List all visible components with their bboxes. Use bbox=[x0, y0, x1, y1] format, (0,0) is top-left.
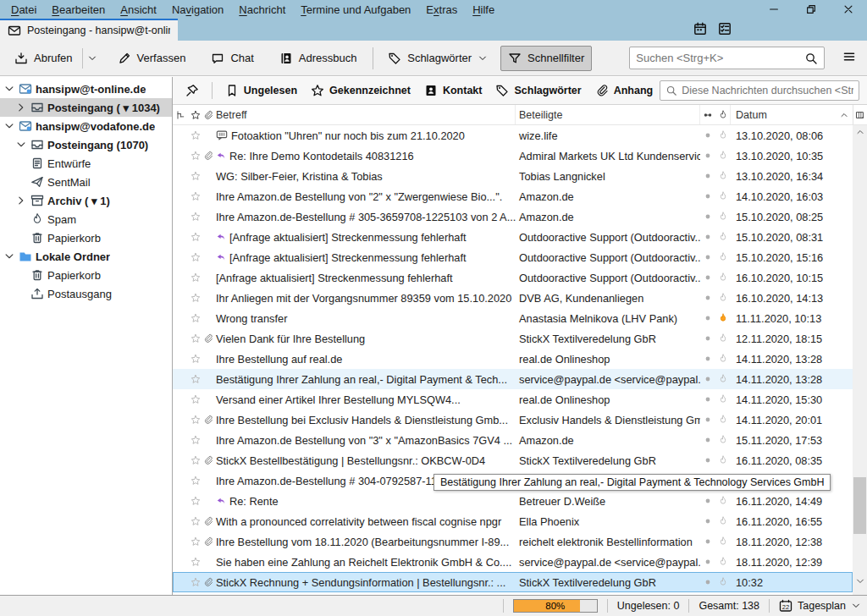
junk-indicator[interactable] bbox=[715, 191, 731, 201]
junk-indicator[interactable] bbox=[715, 536, 731, 547]
star-toggle[interactable] bbox=[188, 577, 203, 587]
star-toggle[interactable] bbox=[188, 476, 203, 486]
message-row[interactable]: Fotoaktion "Uhren" nur noch bis zum 21.1… bbox=[173, 125, 853, 146]
menu-datei[interactable]: Datei bbox=[3, 2, 44, 18]
read-indicator[interactable] bbox=[700, 272, 715, 283]
global-search-input[interactable] bbox=[636, 52, 804, 64]
junk-indicator[interactable] bbox=[715, 557, 731, 567]
junk-indicator[interactable] bbox=[715, 415, 731, 425]
message-row[interactable]: Wrong transferAnastasia Melnikova (LHV P… bbox=[173, 308, 853, 328]
message-row[interactable]: Sie haben eine Zahlung an Reichelt Elekt… bbox=[173, 552, 853, 572]
twisty-open-icon[interactable] bbox=[3, 120, 15, 132]
vertical-scrollbar[interactable] bbox=[853, 125, 867, 595]
star-toggle[interactable] bbox=[188, 516, 203, 526]
star-column-header[interactable] bbox=[188, 105, 203, 124]
star-toggle[interactable] bbox=[188, 415, 203, 425]
star-toggle[interactable] bbox=[188, 313, 203, 323]
filter-attachment-button[interactable]: Anhang bbox=[588, 80, 660, 102]
star-toggle[interactable] bbox=[188, 557, 203, 567]
junk-indicator[interactable] bbox=[715, 394, 731, 404]
star-toggle[interactable] bbox=[188, 272, 203, 283]
message-row[interactable]: Ihre Amazon.de Bestellung von "2" x "Zwe… bbox=[173, 186, 853, 206]
message-row[interactable]: StickX Rechnung + Sendungsinformation | … bbox=[173, 572, 853, 592]
read-indicator[interactable] bbox=[700, 151, 715, 161]
junk-indicator[interactable] bbox=[715, 293, 731, 303]
get-messages-button[interactable]: Abrufen bbox=[7, 46, 80, 71]
message-row[interactable]: Ihre Amazon.de-Bestellung # 305-3659708-… bbox=[173, 206, 853, 227]
read-indicator[interactable] bbox=[700, 516, 715, 526]
junk-indicator[interactable] bbox=[715, 130, 731, 140]
junk-indicator[interactable] bbox=[715, 313, 731, 323]
scroll-down-arrow-icon[interactable] bbox=[853, 575, 867, 588]
thread-column-header[interactable] bbox=[173, 105, 188, 124]
restore-button[interactable] bbox=[792, 0, 830, 19]
folder-hansipw-t-online-de[interactable]: hansipw@t-online.de bbox=[0, 80, 172, 98]
folder-hansipw-vodafone-de[interactable]: hansipw@vodafone.de bbox=[0, 117, 172, 135]
read-indicator[interactable] bbox=[700, 415, 715, 425]
message-row[interactable]: Ihre Bestellung auf real.dereal.de Onlin… bbox=[173, 349, 853, 369]
twisty-open-icon[interactable] bbox=[3, 250, 15, 262]
junk-indicator[interactable] bbox=[715, 333, 731, 344]
folder-papierkorb[interactable]: Papierkorb bbox=[0, 266, 172, 284]
message-row[interactable]: Re: Ihre Demo Kontodetails 40831216Admir… bbox=[173, 146, 853, 166]
app-menu-button[interactable] bbox=[838, 46, 860, 70]
junk-indicator[interactable] bbox=[715, 516, 731, 526]
folder-entw-rfe[interactable]: Entwürfe bbox=[0, 154, 172, 173]
read-indicator[interactable] bbox=[700, 212, 715, 222]
read-indicator[interactable] bbox=[700, 577, 715, 587]
star-toggle[interactable] bbox=[188, 496, 203, 506]
junk-indicator[interactable] bbox=[715, 212, 731, 222]
get-messages-dropdown[interactable] bbox=[82, 48, 102, 69]
attachment-column-header[interactable] bbox=[203, 105, 214, 124]
message-row[interactable]: WG: Silber-Feier, Kristina & TobiasTobia… bbox=[173, 166, 853, 186]
quickfilter-search-box[interactable] bbox=[660, 80, 859, 101]
global-search-box[interactable] bbox=[629, 47, 825, 69]
read-indicator[interactable] bbox=[700, 171, 715, 181]
folder-postausgang[interactable]: Postausgang bbox=[0, 284, 172, 303]
addressbook-button[interactable]: Adressbuch bbox=[272, 46, 365, 71]
folder-lokale-ordner[interactable]: Lokale Ordner bbox=[0, 247, 172, 266]
star-toggle[interactable] bbox=[188, 394, 203, 404]
twisty-closed-icon[interactable] bbox=[15, 102, 27, 113]
read-indicator[interactable] bbox=[700, 374, 715, 384]
star-toggle[interactable] bbox=[188, 374, 203, 384]
folder-posteingang-1034[interactable]: Posteingang ( ▾ 1034) bbox=[0, 98, 172, 117]
star-toggle[interactable] bbox=[188, 354, 203, 364]
message-row[interactable]: Versand einer Artikel Ihrer Bestellung M… bbox=[173, 389, 853, 410]
message-row[interactable]: Ihre Amazon.de Bestellung von "3" x "Ama… bbox=[173, 430, 853, 450]
junk-indicator[interactable] bbox=[715, 455, 731, 465]
star-toggle[interactable] bbox=[188, 435, 203, 445]
message-row[interactable]: Ihre Bestellung vom 18.11.2020 (Bearbeit… bbox=[173, 531, 853, 552]
quickfilter-toggle-button[interactable]: Schnellfilter bbox=[500, 46, 592, 71]
read-indicator[interactable] bbox=[700, 232, 715, 242]
junk-indicator[interactable] bbox=[715, 577, 731, 587]
read-indicator[interactable] bbox=[700, 536, 715, 547]
date-column-header[interactable]: Datum bbox=[731, 105, 853, 124]
message-row[interactable]: [Anfrage aktualisiert] Streckenmessung f… bbox=[173, 227, 853, 247]
message-row[interactable]: Ihr Anliegen mit der Vorgangsnummer 8935… bbox=[173, 288, 853, 308]
menu-termine-und-aufgaben[interactable]: Termine und Aufgaben bbox=[293, 2, 418, 18]
scrollbar-thumb[interactable] bbox=[853, 477, 866, 534]
junk-indicator[interactable] bbox=[715, 374, 731, 384]
folder-papierkorb[interactable]: Papierkorb bbox=[0, 228, 172, 247]
column-picker-button[interactable] bbox=[853, 105, 867, 125]
folder-archiv-1[interactable]: Archiv ( ▾ 1) bbox=[0, 191, 172, 210]
menu-nachricht[interactable]: Nachricht bbox=[231, 2, 293, 18]
junk-indicator[interactable] bbox=[715, 252, 731, 262]
twisty-open-icon[interactable] bbox=[3, 83, 15, 95]
filter-unread-button[interactable]: Ungelesen bbox=[218, 80, 304, 102]
read-indicator[interactable] bbox=[700, 293, 715, 303]
minimize-button[interactable] bbox=[755, 0, 792, 19]
junk-indicator[interactable] bbox=[715, 435, 731, 445]
quickfilter-search-input[interactable] bbox=[682, 85, 853, 96]
subject-column-header[interactable]: Betreff bbox=[214, 105, 516, 124]
today-pane-button[interactable]: 22 Tagesplan bbox=[779, 599, 861, 613]
menu-navigation[interactable]: Navigation bbox=[164, 2, 231, 18]
read-column-header[interactable] bbox=[700, 105, 715, 124]
junk-indicator[interactable] bbox=[715, 354, 731, 364]
tab-posteingang[interactable]: Posteingang - hansipw@t-onlin bbox=[0, 19, 178, 41]
read-indicator[interactable] bbox=[700, 557, 715, 567]
message-row[interactable]: Ihre Bestellung bei Exclusiv Handels & D… bbox=[173, 410, 853, 430]
junk-indicator[interactable] bbox=[715, 272, 731, 283]
star-toggle[interactable] bbox=[188, 455, 203, 465]
